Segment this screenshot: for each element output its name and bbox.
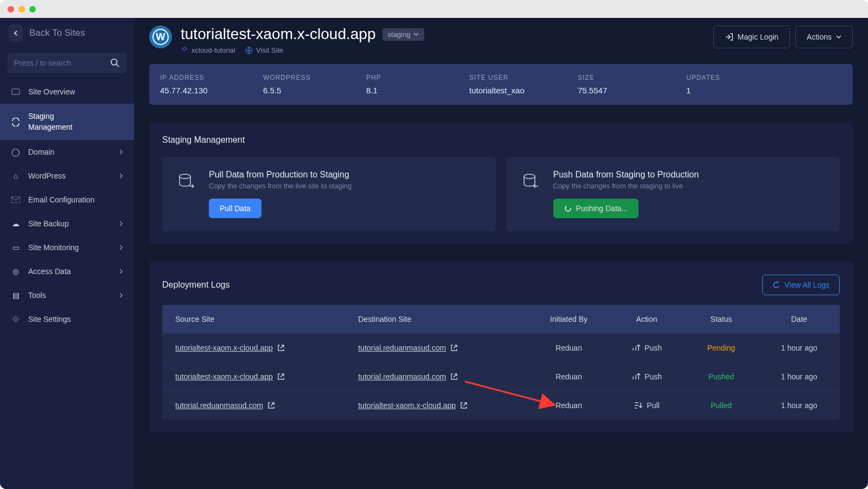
initiated-by: Reduan: [528, 363, 609, 391]
minimize-window-icon[interactable]: [18, 6, 25, 12]
nav-menu: Site Overview StagingManagement ◯ Domain…: [0, 80, 134, 331]
date-cell: 1 hour ago: [758, 334, 840, 363]
svg-point-8: [180, 174, 190, 179]
dest-link[interactable]: tutorialtest-xaom.x-cloud.app: [358, 401, 468, 410]
mail-icon: [11, 196, 20, 203]
sidebar-item-label: Site Monitoring: [28, 243, 79, 252]
source-link[interactable]: tutorialtest-xaom.x-cloud.app: [175, 372, 285, 381]
breadcrumb-link[interactable]: xcloud-tutorial: [181, 46, 235, 54]
actions-dropdown-button[interactable]: Actions: [795, 26, 853, 48]
card-icon: [11, 87, 20, 96]
external-link-icon: [277, 373, 285, 380]
login-icon: [725, 33, 733, 41]
panel-title: Staging Management: [162, 135, 840, 145]
svg-point-4: [14, 317, 17, 321]
refresh-icon: [773, 281, 780, 289]
back-button[interactable]: [9, 24, 23, 42]
database-pull-icon: [175, 170, 198, 193]
svg-point-9: [524, 174, 535, 179]
stat-label: WORDPRESS: [263, 74, 344, 81]
search-box[interactable]: [8, 53, 126, 73]
chevron-right-icon: [119, 149, 123, 155]
stat-label: UPDATES: [686, 74, 757, 81]
visit-site-link[interactable]: Visit Site: [245, 46, 283, 54]
action-cell: Push: [622, 344, 671, 352]
sidebar-item-wordpress[interactable]: ⌂ WordPress: [0, 164, 134, 188]
logs-table: Source Site Destination Site Initiated B…: [162, 305, 840, 420]
chevron-right-icon: [119, 293, 123, 298]
sidebar-item-backup[interactable]: ☁ Site Backup: [0, 212, 134, 236]
sidebar-item-tools[interactable]: ▤ Tools: [0, 283, 134, 307]
card-title: Pull Data from Production to Staging: [209, 170, 352, 180]
staging-panel: Staging Management Pull Data from Produc…: [149, 122, 853, 244]
source-link[interactable]: tutorial.reduanmasud.com: [175, 401, 275, 410]
push-icon: [631, 344, 640, 352]
sidebar-item-monitoring[interactable]: ▭ Site Monitoring: [0, 236, 134, 259]
status-badge: Pulled: [684, 391, 758, 420]
deployment-logs-panel: Deployment Logs View All Logs Source Sit…: [149, 262, 853, 433]
back-label[interactable]: Back To Sites: [29, 28, 85, 39]
chevron-right-icon: [119, 269, 123, 274]
sidebar-item-email[interactable]: Email Configuration: [0, 188, 134, 212]
dest-link[interactable]: tutorial.reduanmasud.com: [358, 344, 458, 352]
chevron-right-icon: [119, 173, 123, 179]
sidebar-item-domain[interactable]: ◯ Domain: [0, 140, 134, 164]
sidebar-item-label: Tools: [28, 291, 46, 300]
gear-icon: [11, 315, 20, 323]
source-link[interactable]: tutorialtest-xaom.x-cloud.app: [175, 344, 285, 352]
svg-rect-2: [12, 89, 20, 94]
action-cell: Push: [622, 372, 671, 381]
dest-link[interactable]: tutorial.reduanmasud.com: [358, 372, 458, 381]
svg-text:W: W: [156, 31, 165, 42]
external-link-icon: [460, 402, 468, 409]
pull-icon: [634, 401, 642, 410]
monitor-icon: ▭: [11, 243, 21, 252]
sidebar-item-label: Email Configuration: [28, 195, 94, 204]
sidebar-item-overview[interactable]: Site Overview: [0, 80, 134, 104]
date-cell: 1 hour ago: [758, 391, 840, 420]
stat-value: 75.5547: [578, 86, 665, 95]
sync-icon: [11, 118, 20, 126]
table-row: tutorialtest-xaom.x-cloud.app tutorial.r…: [162, 363, 840, 391]
external-link-icon: [450, 344, 458, 352]
sidebar-item-staging[interactable]: StagingManagement: [0, 104, 134, 140]
chevron-down-icon: [413, 33, 419, 36]
server-icon: [181, 47, 188, 54]
staging-badge[interactable]: staging: [382, 28, 425, 41]
external-link-icon: [450, 373, 458, 380]
sidebar-item-label: Site Backup: [28, 219, 69, 228]
stats-bar: IP ADDRESS45.77.42.130 WORDPRESS6.5.5 PH…: [149, 64, 853, 105]
stat-label: SITE USER: [469, 74, 556, 81]
sidebar-item-label: Domain: [28, 148, 54, 156]
sidebar-item-access[interactable]: ◎ Access Data: [0, 259, 134, 283]
stat-value: 8.1: [366, 86, 448, 95]
sidebar-item-settings[interactable]: Site Settings: [0, 307, 134, 331]
search-input[interactable]: [14, 59, 110, 67]
magic-login-button[interactable]: Magic Login: [713, 26, 790, 48]
desktop-icon: ⌂: [11, 172, 21, 180]
initiated-by: Reduan: [528, 391, 609, 420]
view-all-logs-button[interactable]: View All Logs: [762, 275, 840, 295]
database-push-icon: [520, 170, 542, 193]
th-status: Status: [684, 305, 758, 334]
close-window-icon[interactable]: [8, 6, 14, 12]
pull-data-button[interactable]: Pull Data: [209, 199, 261, 218]
th-date: Date: [758, 305, 840, 334]
sidebar-item-label: Site Settings: [28, 315, 71, 323]
th-by: Initiated By: [528, 305, 609, 334]
push-data-button[interactable]: Pushing Data...: [553, 199, 639, 218]
table-row: tutorialtest-xaom.x-cloud.app tutorial.r…: [162, 334, 840, 363]
svg-point-0: [111, 59, 117, 65]
external-link-icon: [277, 344, 285, 352]
panel-title: Deployment Logs: [162, 280, 230, 290]
card-desc: Copy the changes from the staging to liv…: [553, 182, 699, 190]
status-badge: Pending: [684, 334, 758, 363]
key-icon: ◎: [11, 267, 21, 276]
maximize-window-icon[interactable]: [29, 6, 36, 12]
stat-value: 45.77.42.130: [160, 86, 241, 95]
table-row: tutorial.reduanmasud.com tutorialtest-xa…: [162, 391, 840, 420]
card-desc: Copy the changes from the live site to s…: [209, 182, 352, 190]
chevron-left-icon: [13, 30, 18, 36]
card-title: Push Data from Staging to Production: [553, 170, 699, 180]
svg-line-1: [117, 65, 119, 67]
